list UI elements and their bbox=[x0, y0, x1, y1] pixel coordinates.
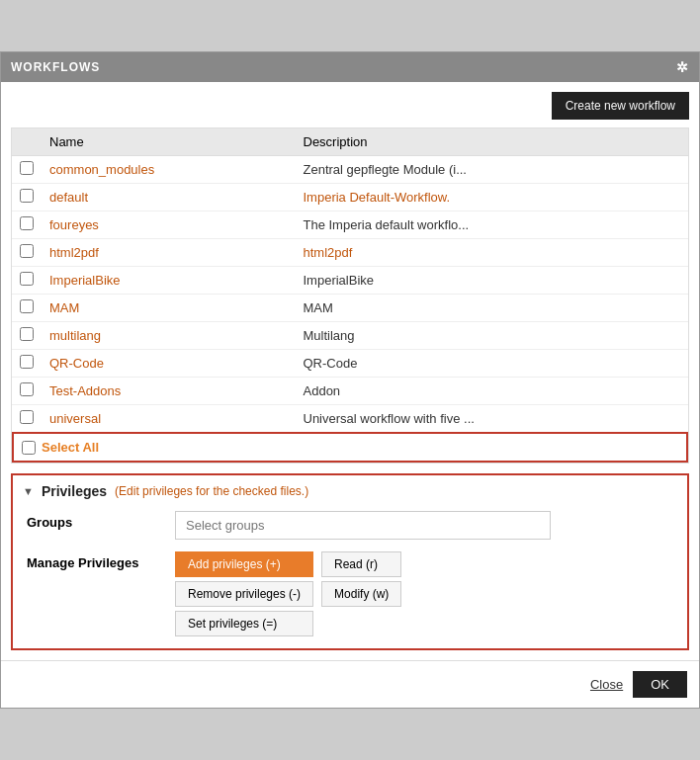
table-row: defaultImperia Default-Workflow. bbox=[12, 184, 688, 211]
privileges-header: ▼ Privileges (Edit privileges for the ch… bbox=[23, 483, 677, 499]
toolbar: Create new workflow bbox=[11, 92, 689, 120]
row-name-3: html2pdf bbox=[42, 239, 296, 267]
row-desc-4: ImperialBike bbox=[296, 267, 689, 295]
groups-label: Groups bbox=[27, 511, 155, 530]
row-name-5: MAM bbox=[42, 295, 296, 322]
privileges-section: ▼ Privileges (Edit privileges for the ch… bbox=[11, 473, 689, 650]
row-desc-8: Addon bbox=[296, 378, 689, 405]
row-desc-6: Multilang bbox=[296, 322, 689, 350]
workflow-table: Name Description common_modulesZentral g… bbox=[12, 128, 688, 432]
row-checkbox-4[interactable] bbox=[20, 272, 34, 286]
privileges-arrow-icon: ▼ bbox=[23, 485, 34, 497]
row-name-0: common_modules bbox=[42, 156, 296, 184]
priv-btn-col1-2[interactable]: Set privileges (=) bbox=[175, 611, 313, 636]
table-row: multilangMultilang bbox=[12, 322, 688, 350]
priv-btn-col1-0[interactable]: Add privileges (+) bbox=[175, 551, 313, 577]
row-checkbox-1[interactable] bbox=[20, 189, 34, 203]
modal-body: Create new workflow Name Description com… bbox=[1, 82, 699, 650]
row-checkbox-6[interactable] bbox=[20, 327, 34, 341]
manage-privileges-row: Manage Privileges Add privileges (+)Remo… bbox=[27, 551, 673, 636]
priv-btn-col2-1[interactable]: Modify (w) bbox=[321, 581, 401, 607]
close-button[interactable]: Close bbox=[590, 677, 623, 692]
row-checkbox-2[interactable] bbox=[20, 216, 34, 230]
select-all-label[interactable]: Select All bbox=[42, 440, 99, 455]
row-name-9: universal bbox=[42, 405, 296, 433]
row-desc-0: Zentral gepflegte Module (i... bbox=[296, 156, 689, 184]
row-name-8: Test-Addons bbox=[42, 378, 296, 405]
table-row: Test-AddonsAddon bbox=[12, 378, 688, 405]
row-desc-3: html2pdf bbox=[296, 239, 689, 267]
modal-header: WORKFLOWS ✲ bbox=[1, 52, 699, 82]
privileges-col1: Add privileges (+)Remove privileges (-)S… bbox=[175, 551, 313, 636]
row-checkbox-9[interactable] bbox=[20, 410, 34, 424]
table-row: common_modulesZentral gepflegte Module (… bbox=[12, 156, 688, 184]
row-desc-5: MAM bbox=[296, 295, 689, 322]
table-row: QR-CodeQR-Code bbox=[12, 350, 688, 378]
row-desc-1: Imperia Default-Workflow. bbox=[296, 184, 689, 211]
priv-btn-col2-0[interactable]: Read (r) bbox=[321, 551, 401, 577]
create-workflow-button[interactable]: Create new workflow bbox=[552, 92, 689, 120]
row-desc-2: The Imperia default workflo... bbox=[296, 211, 689, 239]
table-row: foureyesThe Imperia default workflo... bbox=[12, 211, 688, 239]
pin-icon[interactable]: ✲ bbox=[676, 59, 689, 75]
privileges-buttons: Add privileges (+)Remove privileges (-)S… bbox=[175, 551, 673, 636]
table-row: html2pdfhtml2pdf bbox=[12, 239, 688, 267]
privileges-buttons-area: Add privileges (+)Remove privileges (-)S… bbox=[175, 551, 673, 636]
privileges-title: Privileges bbox=[42, 483, 107, 499]
row-name-7: QR-Code bbox=[42, 350, 296, 378]
row-name-1: default bbox=[42, 184, 296, 211]
row-name-4: ImperialBike bbox=[42, 267, 296, 295]
privileges-form: Groups Manage Privileges Add privileges … bbox=[23, 511, 677, 636]
row-checkbox-0[interactable] bbox=[20, 161, 34, 175]
row-name-6: multilang bbox=[42, 322, 296, 350]
row-checkbox-5[interactable] bbox=[20, 299, 34, 313]
groups-input[interactable] bbox=[175, 511, 551, 540]
priv-btn-col1-1[interactable]: Remove privileges (-) bbox=[175, 581, 313, 607]
table-row: universalUniversal workflow with five ..… bbox=[12, 405, 688, 433]
workflows-modal: WORKFLOWS ✲ Create new workflow Name Des… bbox=[0, 51, 700, 709]
privileges-col2: Read (r)Modify (w) bbox=[321, 551, 401, 636]
row-desc-9: Universal workflow with five ... bbox=[296, 405, 689, 433]
table-row: MAMMAM bbox=[12, 295, 688, 322]
select-all-checkbox[interactable] bbox=[22, 441, 36, 455]
privileges-subtitle: (Edit privileges for the checked files.) bbox=[115, 484, 308, 498]
select-all-row: Select All bbox=[12, 432, 688, 463]
col-header-name: Name bbox=[42, 128, 296, 156]
modal-title: WORKFLOWS bbox=[11, 60, 100, 74]
table-header-row: Name Description bbox=[12, 128, 688, 156]
groups-field bbox=[175, 511, 673, 540]
row-checkbox-7[interactable] bbox=[20, 355, 34, 369]
workflow-table-wrapper: Name Description common_modulesZentral g… bbox=[11, 127, 689, 464]
row-checkbox-8[interactable] bbox=[20, 382, 34, 396]
modal-footer: Close OK bbox=[1, 660, 699, 708]
col-header-checkbox bbox=[12, 128, 42, 156]
row-checkbox-3[interactable] bbox=[20, 244, 34, 258]
manage-privileges-label: Manage Privileges bbox=[27, 551, 155, 570]
row-desc-7: QR-Code bbox=[296, 350, 689, 378]
col-header-description: Description bbox=[296, 128, 689, 156]
ok-button[interactable]: OK bbox=[633, 671, 687, 698]
table-row: ImperialBikeImperialBike bbox=[12, 267, 688, 295]
groups-row: Groups bbox=[27, 511, 673, 540]
row-name-2: foureyes bbox=[42, 211, 296, 239]
